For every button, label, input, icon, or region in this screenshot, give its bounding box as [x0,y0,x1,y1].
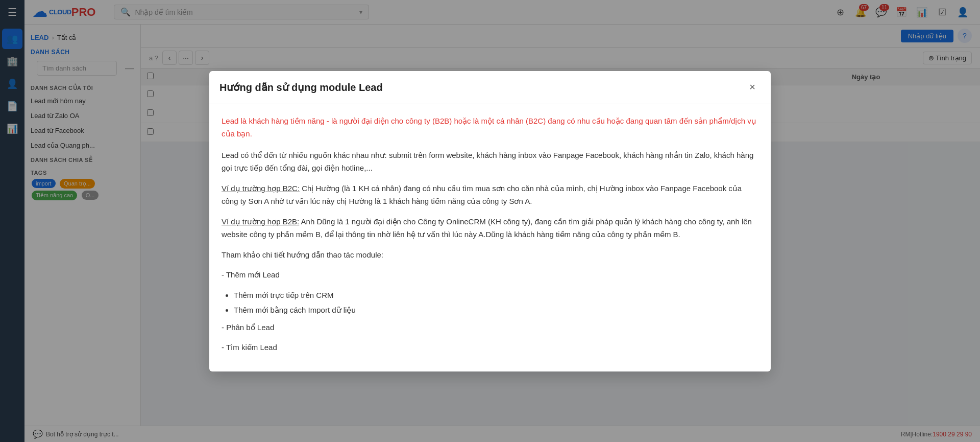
b2c-title: Ví dụ trường hợp B2C: [222,184,300,193]
modal-intro-red: Lead là khách hàng tiềm năng - là người … [222,114,758,141]
guide-intro: Tham khảo chi tiết hướng dẫn thao tác mo… [222,248,758,262]
modal-overlay[interactable]: Hướng dẫn sử dụng module Lead × Lead là … [0,0,980,442]
guide-sub-list: Thêm mới trực tiếp trên CRM Thêm mới bằn… [234,289,758,317]
guide-item2: - Phân bổ Lead [222,321,758,334]
b2b-title: Ví dụ trường hợp B2B: [222,217,299,226]
modal-title: Hướng dẫn sử dụng module Lead [219,81,383,94]
guide-sub2: Thêm mới bằng cách Import dữ liệu [234,304,758,317]
guide-item3: - Tìm kiếm Lead [222,341,758,354]
guide-sub1: Thêm mới trực tiếp trên CRM [234,289,758,302]
modal-close-button[interactable]: × [744,79,761,96]
b2c-text: Chị Hường (là 1 KH cá nhân) đang có nhu … [222,184,742,206]
guide-item1: - Thêm mới Lead [222,268,758,282]
modal-dialog: Hướng dẫn sử dụng module Lead × Lead là … [209,71,771,371]
modal-header: Hướng dẫn sử dụng module Lead × [209,71,771,104]
modal-b2b: Ví dụ trường hợp B2B: Anh Dũng là 1 ngườ… [222,215,758,241]
modal-body: Lead là khách hàng tiềm năng - là người … [209,104,771,371]
b2b-text: Anh Dũng là 1 người đại diện cho Công ty… [222,217,752,239]
modal-b2c: Ví dụ trường hợp B2C: Chị Hường (là 1 KH… [222,182,758,208]
modal-para1: Lead có thể đến từ nhiều nguồn khác nhau… [222,149,758,175]
